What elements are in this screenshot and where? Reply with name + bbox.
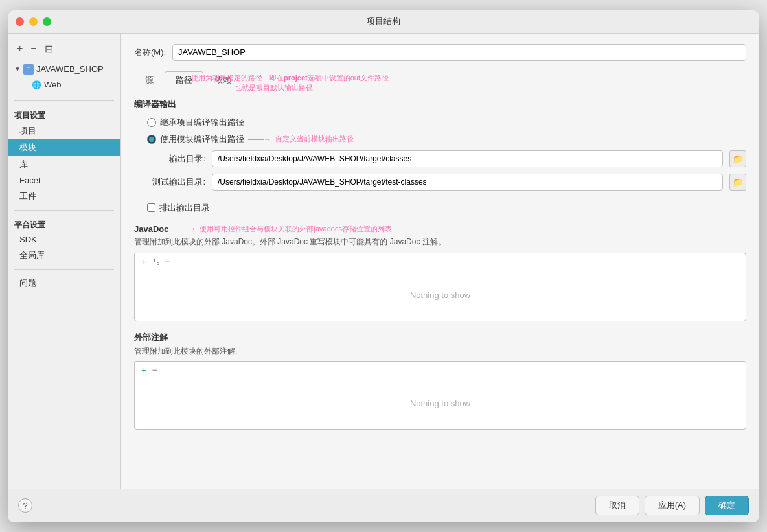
javadoc-remove-button[interactable]: − (163, 256, 172, 267)
sidebar-item-artifact-label: 工件 (19, 191, 36, 202)
close-button[interactable] (16, 17, 24, 26)
javadoc-annotation: 使用可用控件组合与模块关联的外部javadocs存储位置的列表 (200, 224, 391, 234)
ext-list: Nothing to show (134, 378, 746, 430)
sidebar-item-global-lib[interactable]: 全局库 (8, 247, 120, 264)
maximize-button[interactable] (43, 17, 51, 26)
test-output-dir-folder-button[interactable]: 📁 (729, 174, 746, 191)
module-tree: ▼ □ JAVAWEB_SHOP 🌐 Web (8, 59, 120, 95)
ext-annotations-title: 外部注解 (134, 332, 168, 342)
sidebar-item-library[interactable]: 库 (8, 156, 120, 173)
exclude-checkbox[interactable] (147, 203, 155, 212)
sidebar-divider-3 (14, 269, 114, 270)
javadoc-arrow: ——→ (172, 224, 196, 233)
ok-button[interactable]: 确定 (705, 496, 749, 515)
name-input[interactable] (172, 44, 746, 61)
sidebar-item-problems-label: 问题 (19, 277, 36, 289)
platform-settings-label: 平台设置 (8, 216, 120, 232)
sidebar-item-artifact[interactable]: 工件 (8, 188, 120, 205)
inherit-radio-label: 继承项目编译输出路径 (160, 117, 244, 128)
name-field-row: 名称(M): (134, 44, 746, 61)
output-dir-folder-button[interactable]: 📁 (729, 150, 746, 167)
tab-source[interactable]: 源 (134, 71, 165, 89)
javadoc-section: JavaDoc ——→ 使用可用控件组合与模块关联的外部javadocs存储位置… (134, 224, 746, 321)
custom-radio-label: 使用模块编译输出路径 (160, 133, 244, 145)
ext-annotations-section: 外部注解 管理附加到此模块的外部注解. + − Nothing to show (134, 332, 746, 430)
sidebar-toolbar: + − ⊟ (8, 39, 120, 59)
module-icon: □ (23, 64, 34, 75)
custom-arrow: ——→ (248, 135, 271, 144)
help-button[interactable]: ? (18, 498, 32, 513)
sidebar-item-sdk[interactable]: SDK (8, 232, 120, 247)
sidebar-item-module-label: 模块 (19, 142, 36, 154)
sidebar-item-module[interactable]: 模块 (8, 139, 120, 156)
minimize-button[interactable] (29, 17, 38, 26)
javadoc-title: JavaDoc (134, 224, 168, 234)
bottom-bar: ? 取消 应用(A) 确定 (8, 489, 759, 522)
sidebar-item-global-lib-label: 全局库 (19, 249, 45, 261)
ext-add-button[interactable]: + (140, 364, 148, 375)
bottom-right-buttons: 取消 应用(A) 确定 (595, 496, 749, 515)
tabs-row: 源 路径 使用为项目指定的路径，即在project选项中设置的out文件路径 也… (134, 71, 746, 89)
window-title: 项目结构 (367, 16, 400, 27)
javadoc-desc: 管理附加到此模块的外部 JavaDoc。外部 JavaDoc 重写模块中可能具有… (134, 237, 746, 248)
output-dir-label: 输出目录: (147, 153, 205, 165)
sidebar-item-facet[interactable]: Facet (8, 173, 120, 188)
tab-path-label: 路径 (176, 75, 192, 85)
tree-web-item[interactable]: 🌐 Web (8, 77, 120, 93)
javadoc-add-button[interactable]: + (140, 256, 148, 267)
sidebar-item-problems[interactable]: 问题 (8, 275, 120, 292)
javadoc-add-gear-button[interactable]: +o (151, 256, 161, 266)
sidebar-item-project[interactable]: 项目 (8, 122, 120, 139)
javadoc-nothing-text: Nothing to show (410, 290, 470, 300)
exclude-checkbox-row: 排出输出目录 (147, 202, 746, 214)
tab-source-label: 源 (145, 75, 154, 85)
titlebar: 项目结构 (8, 10, 759, 34)
sidebar-divider-2 (14, 210, 114, 211)
ext-annotations-header: 外部注解 (134, 332, 746, 343)
tab-deps-label: 依赖 (214, 75, 231, 85)
test-output-dir-input[interactable] (212, 174, 723, 191)
sidebar-item-facet-label: Facet (19, 176, 41, 185)
javadoc-list: Nothing to show (134, 270, 746, 321)
right-panel: 名称(M): 源 路径 使用为项目指定的路径，即在project选项中设置的ou… (121, 34, 759, 489)
web-icon: 🌐 (31, 80, 41, 90)
sidebar-item-sdk-label: SDK (19, 235, 37, 244)
test-output-dir-label: 测试输出目录: (147, 176, 205, 188)
cancel-button[interactable]: 取消 (595, 496, 639, 515)
custom-radio-row: 使用模块编译输出路径 ——→ 自定义当前模块输出路径 (134, 133, 746, 145)
main-content: + − ⊟ ▼ □ JAVAWEB_SHOP 🌐 Web 项目设置 (8, 34, 759, 489)
main-window: 项目结构 + − ⊟ ▼ □ JAVAWEB_SHOP 🌐 Web (8, 10, 759, 522)
project-settings-label: 项目设置 (8, 106, 120, 122)
javadoc-header: JavaDoc ——→ 使用可用控件组合与模块关联的外部javadocs存储位置… (134, 224, 746, 234)
sidebar-item-project-label: 项目 (19, 125, 36, 137)
ext-toolbar: + − (134, 361, 746, 378)
compiler-output-section-title: 编译器输出 (134, 98, 746, 110)
javadoc-toolbar: + +o − (134, 253, 746, 270)
tab-path[interactable]: 路径 使用为项目指定的路径，即在project选项中设置的out文件路径 也就是… (165, 71, 203, 89)
apply-button[interactable]: 应用(A) (645, 496, 700, 515)
test-output-dir-row: 测试输出目录: 📁 (134, 174, 746, 191)
tree-web-name: Web (44, 80, 62, 89)
tree-expand-arrow: ▼ (14, 65, 21, 73)
copy-module-button[interactable]: ⊟ (42, 41, 56, 56)
tab-deps[interactable]: 依赖 (203, 71, 242, 89)
output-dir-row: 输出目录: 📁 (134, 150, 746, 167)
inherit-radio-row: 继承项目编译输出路径 (134, 117, 746, 128)
output-dir-input[interactable] (212, 150, 723, 167)
tree-module-name: JAVAWEB_SHOP (36, 64, 104, 74)
sidebar: + − ⊟ ▼ □ JAVAWEB_SHOP 🌐 Web 项目设置 (8, 34, 121, 489)
add-module-button[interactable]: + (14, 41, 25, 56)
custom-radio[interactable] (147, 135, 156, 144)
tree-module-item[interactable]: ▼ □ JAVAWEB_SHOP (8, 62, 120, 77)
ext-annotations-desc: 管理附加到此模块的外部注解. (134, 346, 746, 357)
exclude-checkbox-label: 排出输出目录 (159, 202, 210, 214)
sidebar-item-library-label: 库 (19, 159, 28, 170)
ext-nothing-text: Nothing to show (410, 399, 470, 408)
remove-module-button[interactable]: − (28, 41, 39, 56)
window-controls (16, 17, 51, 26)
name-label: 名称(M): (134, 47, 166, 58)
ext-remove-button[interactable]: − (151, 364, 159, 375)
sidebar-divider-1 (14, 100, 114, 101)
inherit-radio[interactable] (147, 118, 156, 127)
custom-annotation: 自定义当前模块输出路径 (275, 134, 354, 144)
